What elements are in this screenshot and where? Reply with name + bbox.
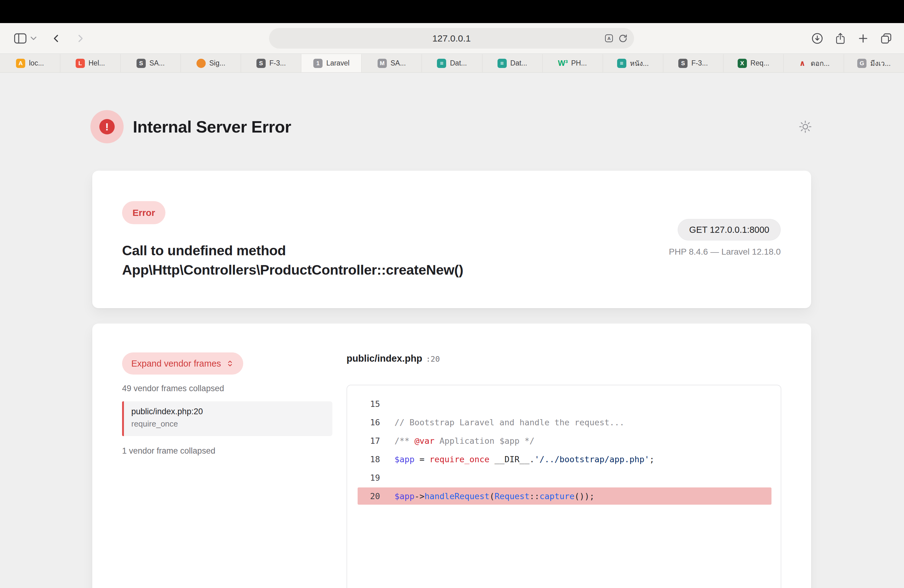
code-snippet: 1516// Bootstrap Laravel and handle the … bbox=[346, 385, 781, 588]
tab-label: Req... bbox=[751, 59, 769, 67]
expand-vendor-frames-button[interactable]: Expand vendor frames bbox=[122, 352, 243, 375]
collapsed-frames-above-text: 49 vendor frames collapsed bbox=[122, 384, 224, 394]
tab[interactable]: ≡หนัง... bbox=[603, 54, 663, 72]
sun-icon bbox=[798, 120, 812, 134]
tab[interactable]: Sig... bbox=[181, 54, 241, 72]
tab-label: Dat... bbox=[510, 59, 527, 67]
tab[interactable]: ∧ดอก... bbox=[784, 54, 844, 72]
chevron-right-icon bbox=[75, 33, 85, 43]
tab-label: ดอก... bbox=[811, 58, 830, 69]
s-icon: S bbox=[256, 59, 266, 68]
error-alert-icon: ! bbox=[90, 110, 123, 143]
sidebar-icon bbox=[14, 33, 27, 44]
browser-toolbar: 127.0.0.1 A bbox=[0, 23, 904, 54]
svg-text:A: A bbox=[607, 36, 611, 41]
tab[interactable]: MSA... bbox=[362, 54, 422, 72]
theme-toggle-button[interactable] bbox=[798, 120, 812, 134]
line-number: 18 bbox=[347, 455, 380, 464]
tab-label: SA... bbox=[390, 59, 406, 67]
code-line-19: 19 bbox=[347, 468, 781, 487]
tab-label: Dat... bbox=[450, 59, 467, 67]
line-number: 15 bbox=[347, 399, 380, 409]
frame-location: public/index.php:20 bbox=[131, 407, 332, 416]
numbered-tab-icon: 1 bbox=[313, 59, 322, 68]
tab[interactable]: SSA... bbox=[120, 54, 181, 72]
share-button[interactable] bbox=[834, 32, 846, 44]
address-bar[interactable]: 127.0.0.1 A bbox=[269, 28, 634, 49]
tab-label: Sig... bbox=[209, 59, 225, 67]
new-tab-button[interactable] bbox=[857, 33, 869, 44]
tab[interactable]: LHel... bbox=[60, 54, 120, 72]
chevron-left-icon bbox=[51, 33, 61, 43]
s-icon: S bbox=[678, 59, 687, 68]
downloads-button[interactable] bbox=[811, 32, 823, 44]
laravel-icon: L bbox=[76, 59, 85, 68]
tab-label: PH... bbox=[571, 59, 587, 67]
tab-overview-button[interactable] bbox=[880, 32, 892, 44]
tabs-overview-icon bbox=[880, 32, 892, 44]
exception-message-line: App\Http\Controllers\ProductController::… bbox=[122, 260, 463, 280]
tab-label: หนัง... bbox=[630, 58, 649, 69]
unfold-icon bbox=[226, 359, 234, 368]
orange-dot-icon bbox=[196, 59, 206, 68]
download-icon bbox=[811, 32, 823, 44]
code-line-18: 18$app = require_once __DIR__.'/../boots… bbox=[347, 450, 781, 468]
collapsed-frames-below-text: 1 vendor frame collapsed bbox=[122, 446, 215, 456]
code-line-15: 15 bbox=[347, 395, 781, 413]
stack-frame-item[interactable]: public/index.php:20 require_once bbox=[122, 401, 332, 436]
error-badge: Error bbox=[122, 201, 166, 224]
translate-icon[interactable]: A bbox=[604, 33, 614, 43]
phpmyadmin-icon: A bbox=[16, 59, 25, 68]
page-title: Internal Server Error bbox=[133, 117, 291, 136]
exception-card: Error GET 127.0.0.1:8000 PHP 8.4.6 — Lar… bbox=[92, 171, 811, 308]
database-icon: ≡ bbox=[437, 59, 446, 68]
database-icon: ≡ bbox=[617, 59, 626, 68]
tab[interactable]: ≡Dat... bbox=[422, 54, 482, 72]
line-number: 17 bbox=[347, 436, 380, 446]
exception-message: Call to undefined method App\Http\Contro… bbox=[122, 241, 463, 280]
tab[interactable]: Aloc... bbox=[0, 54, 60, 72]
sidebar-menu-button[interactable] bbox=[30, 36, 36, 41]
code-line-20: 20$app->handleRequest(Request::capture()… bbox=[347, 487, 781, 505]
tab[interactable]: W³PH... bbox=[543, 54, 603, 72]
line-code: $app->handleRequest(Request::capture()); bbox=[395, 492, 594, 501]
tab-strip: Aloc...LHel...SSA...Sig...SF-3...1Larave… bbox=[0, 54, 904, 73]
line-code: /** @var Application $app */ bbox=[395, 436, 534, 446]
sidebar-toggle-button[interactable] bbox=[14, 33, 27, 44]
excel-icon: X bbox=[738, 59, 747, 68]
code-lines: 1516// Bootstrap Laravel and handle the … bbox=[347, 395, 781, 505]
exclamation-icon: ! bbox=[99, 119, 115, 134]
versions-text: PHP 8.4.6 — Laravel 12.18.0 bbox=[669, 247, 781, 257]
tab-label: loc... bbox=[29, 59, 44, 67]
tab-active[interactable]: 1Laravel bbox=[301, 54, 362, 72]
line-code: // Bootstrap Laravel and handle the requ… bbox=[395, 417, 624, 427]
menu-bar bbox=[0, 0, 904, 23]
reload-icon[interactable] bbox=[618, 33, 628, 43]
back-button[interactable] bbox=[51, 33, 61, 43]
frame-call: require_once bbox=[131, 419, 332, 429]
tab[interactable]: XReq... bbox=[724, 54, 784, 72]
file-heading: public/index.php :20 bbox=[346, 353, 440, 364]
tab-label: Laravel bbox=[326, 59, 349, 67]
line-code: $app = require_once __DIR__.'/../bootstr… bbox=[395, 455, 654, 464]
tab[interactable]: SF-3... bbox=[241, 54, 301, 72]
g-icon: G bbox=[857, 59, 866, 68]
page-header: ! Internal Server Error bbox=[90, 110, 291, 143]
tab[interactable]: ≡Dat... bbox=[482, 54, 543, 72]
plus-icon bbox=[857, 33, 869, 44]
chevron-down-icon bbox=[30, 36, 36, 41]
line-number: 16 bbox=[347, 417, 380, 427]
url-text: 127.0.0.1 bbox=[432, 33, 471, 44]
line-number: 20 bbox=[347, 492, 380, 501]
s-icon: S bbox=[136, 59, 146, 68]
tab-label: Hel... bbox=[89, 59, 105, 67]
forward-button[interactable] bbox=[75, 33, 85, 43]
code-line-16: 16// Bootstrap Laravel and handle the re… bbox=[347, 413, 781, 432]
m-icon: M bbox=[378, 59, 387, 68]
tab[interactable]: SF-3... bbox=[663, 54, 724, 72]
w3schools-icon: W³ bbox=[558, 59, 567, 68]
laravel-error-page: ! Internal Server Error Error GET 127.0.… bbox=[0, 73, 904, 588]
tab[interactable]: Gมีงเว... bbox=[844, 54, 904, 72]
share-icon bbox=[834, 32, 846, 44]
tab-label: SA... bbox=[149, 59, 165, 67]
